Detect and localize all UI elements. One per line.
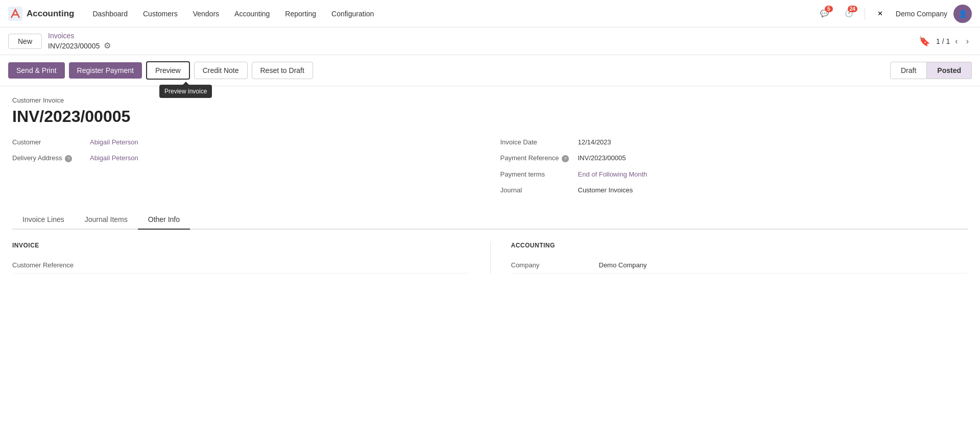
pager-info: 1 / 1 — [936, 37, 950, 45]
invoice-date-value[interactable]: 12/14/2023 — [578, 138, 611, 146]
activities-button[interactable]: 🕐 24 — [840, 5, 858, 23]
company-row: Company Demo Company — [511, 257, 968, 273]
journal-row: Journal Customer Invoices — [500, 186, 968, 194]
invoice-form: Customer Abigail Peterson Delivery Addre… — [12, 138, 968, 194]
payment-terms-label: Payment terms — [500, 170, 572, 178]
tab-other-info[interactable]: Other Info — [138, 210, 190, 230]
app-logo[interactable]: Accounting — [8, 7, 75, 21]
company-name[interactable]: Demo Company — [896, 10, 947, 18]
invoice-section: INVOICE Customer Reference — [12, 242, 490, 273]
journal-label: Journal — [500, 186, 572, 194]
payment-terms-row: Payment terms End of Following Month — [500, 170, 968, 178]
payment-ref-help-icon[interactable]: ? — [562, 155, 569, 162]
journal-value[interactable]: Customer Invoices — [578, 186, 633, 194]
credit-note-button[interactable]: Credit Note — [194, 62, 248, 79]
customer-section: Customer Abigail Peterson Delivery Addre… — [12, 138, 480, 194]
status-draft-button[interactable]: Draft — [890, 62, 927, 79]
top-navigation: Accounting Dashboard Customers Vendors A… — [0, 0, 980, 28]
menu-reporting[interactable]: Reporting — [279, 7, 322, 21]
menu-vendors[interactable]: Vendors — [187, 7, 225, 21]
new-button[interactable]: New — [8, 34, 42, 49]
menu-dashboard[interactable]: Dashboard — [87, 7, 134, 21]
activities-badge: 24 — [848, 6, 857, 12]
bookmark-icon[interactable]: 🔖 — [919, 36, 930, 47]
record-id: INV/2023/00005 — [48, 42, 100, 50]
menu-accounting[interactable]: Accounting — [228, 7, 276, 21]
action-bar: Send & Print Register Payment Preview Cr… — [0, 55, 980, 86]
messages-badge: 5 — [825, 6, 833, 12]
delivery-label: Delivery Address ? — [12, 154, 84, 162]
status-posted-button[interactable]: Posted — [927, 62, 972, 79]
register-payment-button[interactable]: Register Payment — [69, 62, 142, 79]
prev-record-button[interactable]: ‹ — [952, 35, 961, 48]
user-avatar[interactable]: 👤 — [953, 5, 972, 23]
nav-separator — [865, 8, 865, 20]
invoice-details-section: Invoice Date 12/14/2023 Payment Referenc… — [500, 138, 968, 194]
other-info-grid: INVOICE Customer Reference ACCOUNTING Co… — [12, 242, 968, 273]
send-print-button[interactable]: Send & Print — [8, 62, 65, 79]
main-menu: Dashboard Customers Vendors Accounting R… — [87, 7, 803, 21]
delivery-row: Delivery Address ? Abigail Peterson — [12, 154, 480, 162]
record-navigation: New Invoices INV/2023/00005 ⚙ 🔖 1 / 1 ‹ … — [0, 28, 980, 55]
other-info-content: INVOICE Customer Reference ACCOUNTING Co… — [12, 242, 968, 273]
customer-value[interactable]: Abigail Peterson — [90, 138, 138, 146]
payment-ref-row: Payment Reference ? INV/2023/00005 — [500, 154, 968, 162]
customer-reference-label: Customer Reference — [12, 261, 94, 269]
preview-button[interactable]: Preview — [146, 61, 190, 80]
invoice-section-title: INVOICE — [12, 242, 470, 249]
app-name: Accounting — [27, 9, 75, 19]
payment-ref-label: Payment Reference ? — [500, 154, 572, 162]
company-value[interactable]: Demo Company — [599, 261, 647, 269]
document-number: INV/2023/00005 — [12, 107, 968, 126]
menu-configuration[interactable]: Configuration — [325, 7, 380, 21]
tools-icon: ✕ — [877, 10, 883, 17]
tools-button[interactable]: ✕ — [871, 5, 890, 23]
delivery-value[interactable]: Abigail Peterson — [90, 154, 138, 162]
payment-terms-value[interactable]: End of Following Month — [578, 170, 648, 178]
preview-tooltip: Preview invoice — [159, 85, 212, 98]
delivery-help-icon[interactable]: ? — [65, 155, 72, 162]
customer-label: Customer — [12, 138, 84, 146]
invoice-date-label: Invoice Date — [500, 138, 572, 146]
reset-to-draft-button[interactable]: Reset to Draft — [252, 62, 313, 79]
topnav-right: 💬 5 🕐 24 ✕ Demo Company 👤 — [816, 5, 972, 23]
next-record-button[interactable]: › — [963, 35, 972, 48]
tab-invoice-lines[interactable]: Invoice Lines — [12, 210, 75, 230]
tabs-container: Invoice Lines Journal Items Other Info — [12, 210, 968, 230]
accounting-section: ACCOUNTING Company Demo Company — [490, 242, 968, 273]
document-type: Customer Invoice — [12, 96, 968, 104]
invoice-date-row: Invoice Date 12/14/2023 — [500, 138, 968, 146]
breadcrumb-invoices[interactable]: Invoices — [48, 32, 111, 40]
record-pager: 🔖 1 / 1 ‹ › — [919, 35, 972, 48]
menu-customers[interactable]: Customers — [137, 7, 184, 21]
tab-journal-items[interactable]: Journal Items — [75, 210, 138, 230]
accounting-section-title: ACCOUNTING — [511, 242, 968, 249]
payment-ref-value[interactable]: INV/2023/00005 — [578, 154, 626, 162]
main-content: Customer Invoice INV/2023/00005 Customer… — [0, 86, 980, 284]
customer-row: Customer Abigail Peterson — [12, 138, 480, 146]
avatar-initials: 👤 — [959, 10, 967, 18]
messages-button[interactable]: 💬 5 — [816, 5, 834, 23]
company-label: Company — [511, 261, 593, 269]
settings-icon[interactable]: ⚙ — [104, 41, 111, 51]
customer-reference-row: Customer Reference — [12, 257, 470, 273]
status-bar: Draft Posted — [890, 62, 972, 79]
